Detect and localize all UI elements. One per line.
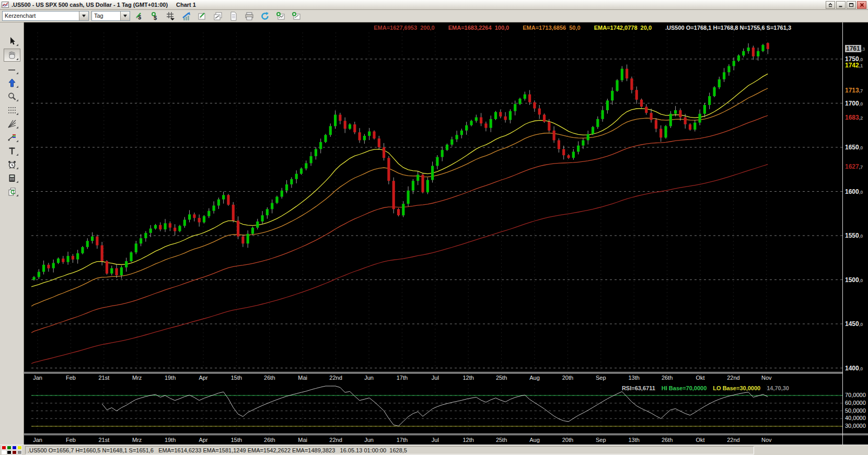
time-axis-label: Nov [761, 375, 772, 381]
time-axis-label: 22nd [727, 375, 739, 381]
price-axis-label: 1550,0 [845, 232, 863, 239]
pointer-icon[interactable] [4, 35, 20, 47]
time-axis-label: Jan [33, 375, 42, 381]
time-axis-label: 21st [98, 375, 109, 381]
rsi-legend-label: RSI=63,6711 [622, 385, 655, 391]
add-chart-window-icon[interactable] [274, 10, 287, 22]
time-axis-label: Feb [66, 375, 76, 381]
time-axis-label: Jun [364, 375, 374, 381]
rsi-legend-label: HI Base=70,0000 [662, 385, 707, 391]
time-axis-label: Jul [432, 437, 439, 443]
time-axis-label: 25th [496, 437, 507, 443]
rsi-axis-label: 30,0000 [845, 423, 866, 429]
ema-legend-label: EMA=1683,2264 100,0 [448, 25, 510, 31]
window-title: .US500 - US SPX 500 cash, US Dollar - 1 … [11, 2, 168, 8]
drawing-tool-rail [0, 22, 24, 445]
calculator-icon[interactable] [4, 172, 20, 184]
color-swatch[interactable] [12, 446, 17, 450]
time-axis-label: 22nd [329, 437, 342, 443]
time-axis-label: Jan [33, 437, 42, 443]
color-swatch[interactable] [2, 450, 6, 454]
ema-legend-label: .US500 O=1768,1 H=1768,8 N=1755,6 S=1761… [665, 25, 791, 31]
time-axis-label: Mai [298, 437, 307, 443]
close-button[interactable] [857, 1, 866, 9]
time-axis-label: Aug [529, 437, 540, 443]
time-axis-label: 19th [165, 375, 176, 381]
print-icon[interactable] [242, 10, 256, 22]
chart-type-select[interactable]: Kerzenchart [2, 11, 89, 21]
grid-icon[interactable] [164, 10, 177, 22]
copy-page-icon[interactable] [4, 185, 20, 197]
time-axis-label: 13th [628, 437, 639, 443]
rsi-legend-row: RSI=63,6711HI Base=70,0000LO Base=30,000… [622, 385, 789, 391]
hand-icon[interactable] [4, 49, 20, 62]
time-axis-label: 13th [628, 375, 639, 381]
price-axis-label: 1600,0 [845, 188, 863, 195]
instrument-edit-icon[interactable]: $ [133, 10, 146, 22]
zoom-icon[interactable] [4, 90, 20, 102]
new-document-icon[interactable] [227, 10, 240, 22]
main-chart-plot[interactable] [31, 32, 842, 372]
title-bar[interactable]: .US500 - US SPX 500 cash, US Dollar - 1 … [0, 0, 868, 10]
line-tool-icon[interactable] [4, 63, 20, 75]
color-swatch[interactable] [2, 446, 6, 450]
color-swatch[interactable] [7, 450, 11, 454]
time-axis-label: Sep [596, 375, 606, 381]
rsi-axis-label: 50,0000 [845, 407, 866, 414]
ema-legend-row: EMA=1627,6953 200,0EMA=1683,2264 100,0EM… [374, 25, 791, 31]
time-axis-label: 26th [662, 437, 673, 443]
time-axis-label: 15th [231, 437, 242, 443]
time-axis-label: 21st [98, 437, 109, 443]
color-swatch[interactable] [12, 450, 17, 454]
time-axis-label: 17th [397, 437, 408, 443]
instrument-add-icon[interactable]: $ [148, 10, 161, 22]
time-axis-label: 20th [562, 437, 573, 443]
panel-divider [24, 434, 868, 434]
price-axis-label: 1450,0 [845, 320, 863, 328]
color-swatch[interactable] [7, 446, 11, 450]
alarm-icon[interactable] [4, 158, 20, 170]
time-axis-label: 19th [165, 437, 176, 443]
regression-icon[interactable] [4, 131, 20, 143]
price-axis-label: 1500,0 [845, 276, 863, 284]
chevron-down-icon[interactable] [120, 11, 130, 20]
price-axis-label: 1683,2 [845, 114, 863, 121]
rsi-axis-label: 40,0000 [845, 415, 866, 421]
status-bar: .US500 O=1656,7 H=1660,5 N=1648,1 S=1651… [0, 445, 868, 455]
rsi-plot[interactable] [31, 384, 842, 434]
time-axis-label: 26th [264, 375, 275, 381]
arrow-marker-icon[interactable] [4, 77, 20, 89]
chart-window: .US500 - US SPX 500 cash, US Dollar - 1 … [0, 0, 868, 455]
time-axis-label: 25th [496, 375, 507, 381]
time-axis-label: Aug [529, 375, 540, 381]
time-axis-label: Apr [199, 437, 207, 443]
maximize-button[interactable] [847, 1, 856, 9]
main-toolbar: Kerzenchart Tag $ $ [0, 10, 868, 22]
color-swatch[interactable] [17, 450, 22, 454]
time-axis-label: Nov [761, 437, 772, 443]
panel-divider [24, 435, 868, 435]
minimize-button[interactable] [836, 1, 846, 9]
rsi-legend-label: 14,70,30 [767, 385, 789, 391]
fan-lines-icon[interactable] [4, 118, 20, 130]
draw-edit-icon[interactable] [195, 10, 209, 22]
chart-duplicate-icon[interactable] [211, 10, 224, 22]
period-select[interactable]: Tag [91, 11, 130, 21]
color-swatch[interactable] [17, 446, 22, 450]
chevron-down-icon[interactable] [79, 11, 88, 20]
time-axis-label: Apr [199, 375, 207, 381]
shade-window-button[interactable] [826, 1, 835, 9]
time-axis-label: Feb [66, 437, 76, 443]
color-swatches[interactable] [2, 446, 22, 454]
time-axis-label: 17th [397, 375, 408, 381]
text-tool-icon[interactable] [4, 145, 20, 157]
fibonacci-icon[interactable] [4, 104, 20, 116]
time-axis-label: 20th [562, 375, 573, 381]
add-chart-template-icon[interactable] [290, 10, 303, 22]
refresh-icon[interactable] [258, 10, 271, 22]
indicator-icon[interactable] [180, 10, 193, 22]
chart-tab-title: Chart 1 [176, 2, 196, 8]
time-axis-label: Jun [364, 437, 374, 443]
price-axis-label: 1400,0 [845, 365, 863, 372]
time-axis-label: Jul [432, 375, 439, 381]
